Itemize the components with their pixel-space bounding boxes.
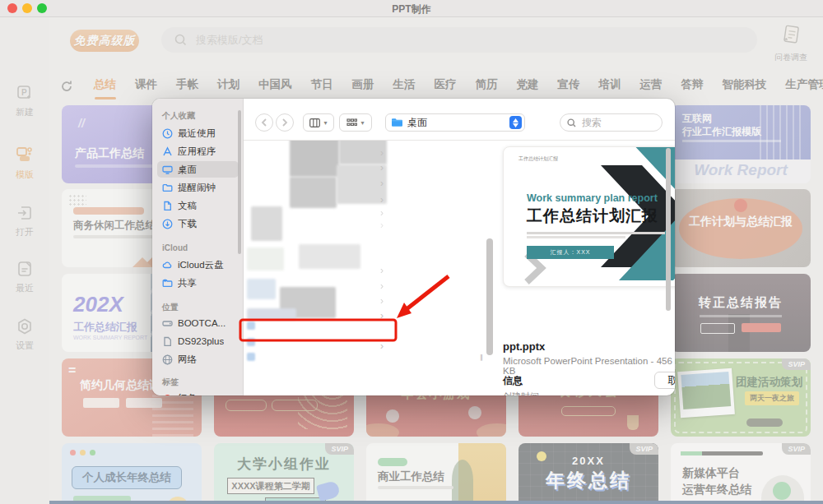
- file-list-scrollbar[interactable]: [486, 238, 493, 355]
- redacted-file-icon: [247, 338, 255, 346]
- search-icon: [567, 118, 576, 127]
- redacted-file-item: [299, 244, 360, 269]
- applications-icon: [162, 146, 173, 157]
- location-dropdown[interactable]: 桌面: [385, 113, 525, 132]
- forward-button[interactable]: [276, 113, 294, 132]
- redacted-file-icon: [247, 321, 255, 330]
- slide-title: 工作总结计划汇报: [527, 206, 658, 227]
- finder-item-shared[interactable]: 共享: [157, 275, 239, 291]
- cloud-icon: [162, 260, 173, 270]
- folder-chevron-icon: [380, 265, 388, 276]
- finder-item-desktop[interactable]: 桌面: [157, 161, 239, 178]
- redacted-file-icon: [247, 353, 255, 361]
- cancel-button[interactable]: 取消: [654, 372, 675, 389]
- folder-chevron-icon: [380, 207, 388, 219]
- sidebar-section-locations: 位置: [162, 302, 179, 313]
- preview-info-heading: 信息: [503, 374, 523, 388]
- clock-icon: [162, 128, 173, 139]
- finder-item-documents[interactable]: 文稿: [157, 197, 239, 214]
- redacted-file-item: [290, 141, 339, 177]
- folder-chevron-icon: [380, 147, 388, 159]
- finder-item-reminders[interactable]: 提醒闹钟: [157, 179, 239, 196]
- chevron-left-icon: [261, 118, 267, 127]
- folder-chevron-icon: [380, 310, 388, 321]
- redacted-file-item: [251, 206, 282, 241]
- file-browser-column: ppt.pptx: [244, 141, 393, 364]
- preview-created-row: 创建时间 今天 10:18: [503, 391, 675, 395]
- slide-presenter-banner: 汇报人：XXX: [527, 246, 614, 259]
- redacted-file-item: [247, 247, 284, 270]
- finder-item-icloud-drive[interactable]: iCloud云盘: [157, 257, 239, 273]
- folder-chevron-icon: [380, 295, 388, 307]
- finder-sidebar: 个人收藏 最近使用 应用程序 桌面 提醒闹钟 文稿: [152, 99, 244, 395]
- drive-icon: [162, 318, 173, 329]
- open-file-dialog: 个人收藏 最近使用 应用程序 桌面 提醒闹钟 文稿: [152, 99, 675, 395]
- folder-icon: [162, 183, 173, 193]
- grid-icon: [346, 118, 357, 127]
- folder-chevron-icon: [380, 194, 388, 206]
- sidebar-section-favorites: 个人收藏: [162, 110, 195, 122]
- finder-item-network[interactable]: 网络: [157, 351, 239, 368]
- server-icon: [162, 336, 173, 347]
- finder-main: ▾ ▾ 桌面: [244, 99, 675, 395]
- download-icon: [162, 219, 173, 229]
- folder-icon: [391, 118, 403, 127]
- window-titlebar: PPT制作: [0, 0, 823, 17]
- column-resize-handle[interactable]: ∥: [480, 354, 484, 361]
- preview-scrollbar[interactable]: [666, 148, 671, 311]
- desktop-icon: [162, 164, 173, 175]
- folder-chevron-icon: [380, 162, 388, 173]
- shared-folder-icon: [162, 278, 173, 289]
- redacted-file-item: [247, 308, 296, 320]
- slide-subtitle-en: Work summary plan report: [527, 192, 658, 204]
- dialog-search-input[interactable]: [580, 116, 653, 129]
- redacted-file-item: [337, 164, 387, 204]
- folder-chevron-icon: [380, 220, 388, 231]
- sidebar-section-tags: 标签: [162, 377, 179, 388]
- finder-item-bootcamp[interactable]: BOOTCA...: [157, 315, 239, 331]
- preview-pane: 工作总结计划汇报 Work summary plan report 工作总结计划…: [495, 141, 675, 364]
- preview-file-name: ppt.pptx: [503, 340, 545, 353]
- preview-file-kind: Microsoft PowerPoint Presentation - 456 …: [503, 356, 675, 376]
- finder-item-downloads[interactable]: 下载: [157, 215, 239, 232]
- redacted-file-item: [290, 177, 337, 208]
- folder-chevron-icon: [380, 280, 388, 292]
- slide-caption-bar: [527, 232, 665, 234]
- group-by-button[interactable]: ▾: [339, 113, 372, 132]
- slide-preview: 工作总结计划汇报 Work summary plan report 工作总结计划…: [503, 146, 675, 287]
- chevron-right-icon: [281, 118, 288, 127]
- network-globe-icon: [162, 354, 173, 365]
- chevron-down-icon: ▾: [360, 119, 364, 127]
- window-title: PPT制作: [0, 2, 823, 16]
- folder-chevron-icon: [380, 178, 388, 189]
- app-window: PPT制作 P 新建 模版 打开 最近 设置 免费高级版 问卷调查: [0, 0, 823, 504]
- sidebar-section-icloud: iCloud: [162, 243, 188, 252]
- column-view-icon: [309, 118, 320, 127]
- created-label: 创建时间: [503, 391, 539, 395]
- location-label: 桌面: [407, 116, 509, 130]
- column-view-button[interactable]: ▾: [303, 113, 334, 132]
- back-button[interactable]: [255, 113, 273, 132]
- red-tag-icon: [162, 393, 173, 396]
- finder-item-ds923plus[interactable]: DS923plus: [157, 333, 239, 349]
- finder-item-recents[interactable]: 最近使用: [157, 125, 239, 141]
- slide-header-text: 工作总结计划汇报: [518, 155, 558, 163]
- finder-item-tag-red[interactable]: 红色: [157, 390, 239, 395]
- dialog-search-field[interactable]: [560, 113, 663, 132]
- folder-chevron-icon: [380, 340, 388, 352]
- finder-item-applications[interactable]: 应用程序: [157, 143, 239, 160]
- chevron-down-icon: ▾: [323, 119, 327, 127]
- location-stepper[interactable]: [509, 116, 522, 129]
- sidebar-scrollbar[interactable]: [238, 110, 241, 254]
- redacted-file-item: [247, 279, 276, 299]
- document-icon: [162, 201, 173, 211]
- slide-caption-bar: [527, 236, 625, 238]
